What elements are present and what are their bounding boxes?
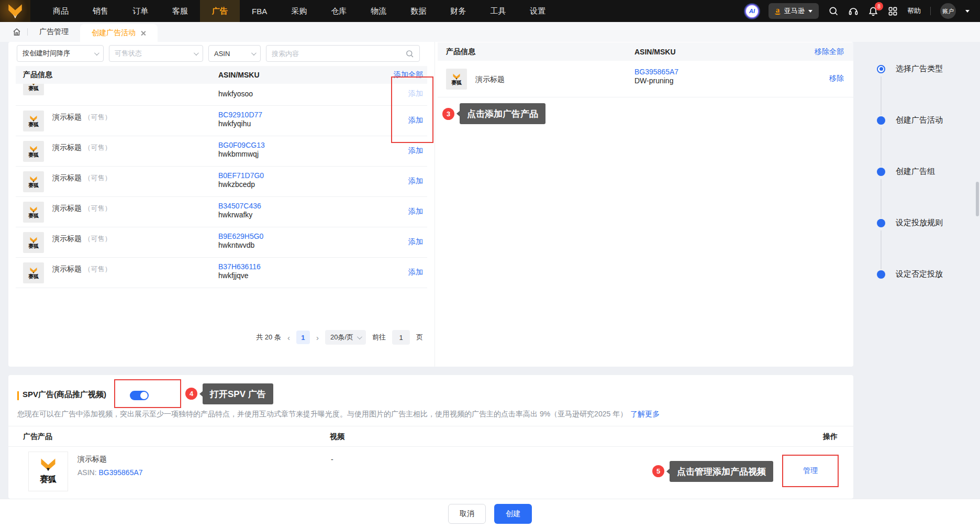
create-button[interactable]: 创建 (494, 504, 532, 524)
ad-product-asin-link[interactable]: BG395865A7 (98, 468, 142, 477)
nav-item-finance[interactable]: 财务 (438, 0, 478, 22)
next-page-button[interactable]: › (316, 333, 319, 342)
add-link[interactable]: 添加 (408, 146, 423, 156)
row-title: 演示标题 (52, 143, 82, 151)
guide-step-badge-5: 5 (652, 465, 664, 477)
product-thumbnail: 赛狐 (23, 171, 44, 192)
add-link[interactable]: 添加 (408, 116, 423, 125)
add-link[interactable]: 添加 (408, 177, 423, 186)
product-thumbnail: 赛狐 (23, 262, 44, 283)
manage-link[interactable]: 管理 (803, 466, 818, 476)
spv-toggle[interactable] (130, 391, 149, 400)
row-status: （可售） (84, 265, 111, 273)
row-asin-link[interactable]: BC92910D77 (218, 111, 262, 119)
caret-down-icon[interactable] (965, 10, 970, 13)
nav-item-data[interactable]: 数据 (398, 0, 438, 22)
guide-tooltip-4: 打开SPV 广告 (203, 383, 273, 404)
app-logo[interactable] (0, 0, 30, 22)
prev-page-button[interactable]: ‹ (287, 333, 290, 342)
row-asin-link[interactable]: B37H636116 (218, 262, 261, 271)
nav-item-warehouse[interactable]: 仓库 (319, 0, 359, 22)
nav-item-purchase[interactable]: 采购 (279, 0, 319, 22)
thumbnail-brand-label: 赛狐 (28, 183, 39, 188)
workspace-tabbar: 广告管理 创建广告活动 (0, 22, 980, 42)
step-connector (881, 128, 882, 167)
pagination-total: 共 20 条 (256, 333, 281, 342)
status-select[interactable]: 可售状态 (109, 45, 203, 62)
row-asin-link[interactable]: BG0F09CG13 (218, 141, 265, 149)
row-msku: DW-pruning (634, 76, 673, 85)
product-thumbnail: 赛狐 (23, 202, 44, 223)
nav-item-fba[interactable]: FBA (240, 0, 279, 22)
ai-assistant-button[interactable]: AI (745, 4, 759, 18)
row-asin-link[interactable]: B9E629H5G0 (218, 232, 263, 240)
close-icon[interactable] (140, 30, 146, 36)
nav-item-orders[interactable]: 订单 (120, 0, 160, 22)
toggle-knob (140, 392, 148, 399)
remove-link[interactable]: 移除 (829, 74, 844, 83)
nav-item-service[interactable]: 客服 (160, 0, 200, 22)
selected-table-header: 产品信息 ASIN/MSKU 移除全部 (438, 42, 853, 61)
action-footer: 取消 创建 (0, 499, 980, 528)
row-title: 演示标题 (52, 173, 82, 182)
col-asin-msku: ASIN/MSKU (218, 71, 260, 79)
spv-description-text: 您现在可以在广告中添加视频，突出展示至少一项独特的产品特点，并使用互动式章节来提… (17, 410, 627, 418)
search-icon[interactable] (405, 49, 414, 58)
tab-ad-management[interactable]: 广告管理 (28, 22, 80, 42)
search-type-select[interactable]: ASIN (208, 45, 261, 62)
nav-item-sales[interactable]: 销售 (81, 0, 120, 22)
add-link[interactable]: 添加 (408, 207, 423, 216)
tab-create-campaign[interactable]: 创建广告活动 (80, 24, 158, 42)
page-scrollbar[interactable] (976, 182, 979, 216)
ad-product-thumbnail: 赛狐 (28, 452, 68, 491)
row-msku: hwkzbcedp (218, 180, 255, 189)
goto-page-input[interactable] (392, 330, 410, 345)
step-select-ad-type[interactable]: 选择广告类型 (869, 64, 943, 74)
table-row: 赛狐 演示标题 （可售） BC92910D77hwkfyqihu 添加 (16, 106, 427, 136)
ad-product-title: 演示标题 (77, 455, 107, 464)
nav-item-tools[interactable]: 工具 (478, 0, 518, 22)
step-create-ad-group[interactable]: 创建广告组 (869, 167, 935, 177)
marketplace-selector[interactable]: a 亚马逊 (769, 3, 819, 19)
add-link[interactable]: 添加 (408, 89, 423, 98)
page-number-button[interactable]: 1 (296, 331, 310, 344)
notifications-button[interactable]: 8 (868, 6, 878, 16)
home-button[interactable] (6, 22, 27, 42)
page-size-select[interactable]: 20条/页 (325, 330, 366, 345)
help-link[interactable]: 帮助 (907, 6, 921, 16)
nav-item-settings[interactable]: 设置 (518, 0, 558, 22)
nav-item-logistics[interactable]: 物流 (359, 0, 398, 22)
add-link[interactable]: 添加 (408, 237, 423, 247)
thumbnail-brand-label: 赛狐 (40, 474, 57, 485)
nav-item-ads[interactable]: 广告 (200, 0, 240, 22)
step-targeting-rules[interactable]: 设定投放规则 (869, 218, 943, 228)
step-connector (881, 230, 882, 269)
support-button[interactable] (848, 6, 859, 16)
add-link[interactable]: 添加 (408, 268, 423, 277)
step-connector (881, 179, 882, 218)
step-dot-icon (877, 116, 885, 125)
nav-item-products[interactable]: 商品 (41, 0, 81, 22)
search-button[interactable] (828, 6, 839, 16)
learn-more-link[interactable]: 了解更多 (630, 410, 660, 418)
marketplace-label: 亚马逊 (784, 6, 805, 16)
row-status: （可售） (84, 144, 111, 151)
tab-label: 创建广告活动 (92, 28, 136, 38)
account-avatar[interactable]: 账户 (940, 3, 956, 19)
main-menu: 商品 销售 订单 客服 广告 FBA 采购 仓库 物流 数据 财务 工具 设置 (41, 0, 558, 22)
row-asin-link[interactable]: B0EF71D7G0 (218, 171, 264, 180)
add-all-link[interactable]: 添加全部 (394, 70, 423, 80)
row-asin-link[interactable]: BG395865A7 (634, 68, 678, 76)
cancel-button[interactable]: 取消 (448, 504, 486, 524)
thumbnail-brand-label: 赛狐 (451, 80, 462, 85)
remove-all-link[interactable]: 移除全部 (815, 47, 844, 57)
apps-button[interactable] (888, 6, 898, 16)
guide-tooltip-3: 点击添加广告产品 (460, 103, 545, 124)
search-input[interactable] (272, 50, 405, 58)
step-label: 设定否定投放 (896, 269, 943, 279)
sort-select[interactable]: 按创建时间降序 (17, 45, 104, 62)
step-negative-targeting[interactable]: 设定否定投放 (869, 269, 943, 279)
table-row: 赛狐 演示标题 （可售） B0EF71D7G0hwkzbcedp 添加 (16, 167, 427, 197)
step-create-campaign[interactable]: 创建广告活动 (869, 115, 943, 125)
row-asin-link[interactable]: B34507C436 (218, 202, 261, 210)
